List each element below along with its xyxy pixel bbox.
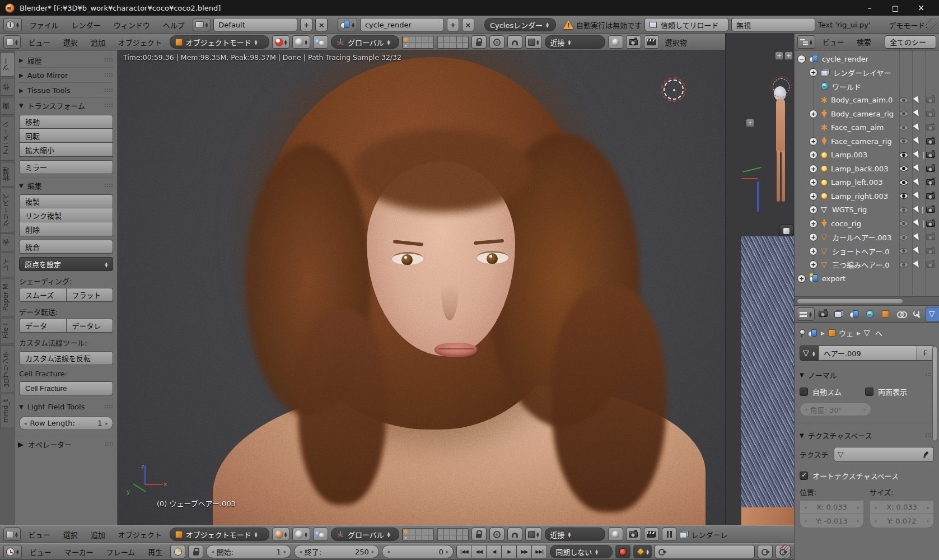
- stepper-right-icon[interactable]: ▸: [446, 549, 449, 554]
- mode-dropdown[interactable]: オブジェクトモード: [170, 528, 269, 541]
- proportional-edit-toggle[interactable]: [489, 528, 504, 541]
- screen-layout-selector[interactable]: [193, 18, 211, 31]
- cell-fracture-button[interactable]: Cell Fracture: [19, 381, 113, 395]
- visibility-eye-icon[interactable]: [899, 262, 908, 268]
- 3d-viewport[interactable]: Time:00:59.36 | Mem:98.35M, Peak:98.37M …: [118, 50, 725, 525]
- selectable-cursor-icon[interactable]: [913, 233, 922, 241]
- info-menu-item[interactable]: ウィンドウ: [109, 20, 155, 30]
- pivot-point-dropdown[interactable]: [292, 528, 310, 541]
- selectable-cursor-icon[interactable]: [913, 247, 922, 255]
- transform-button[interactable]: 移動: [19, 115, 113, 129]
- properties-scrollbar[interactable]: [932, 346, 937, 441]
- renderable-camera-icon[interactable]: [926, 97, 935, 103]
- tool-shelf-tab[interactable]: mmd_t: [0, 394, 14, 428]
- frame-end-field[interactable]: ◂ 終了: 250 ▸: [294, 545, 379, 558]
- tool-shelf-tab[interactable]: ツー: [0, 52, 14, 77]
- layer-buttons-group1[interactable]: [402, 528, 434, 541]
- manipulator-toggle[interactable]: [313, 528, 328, 541]
- outliner-display-filter[interactable]: 全てのシー: [885, 35, 936, 49]
- snap-element-dropdown[interactable]: [525, 528, 542, 541]
- outliner-row[interactable]: + カールヘアー.003: [795, 231, 939, 245]
- lock-range-button[interactable]: [188, 545, 203, 558]
- fake-user-button[interactable]: F: [917, 346, 934, 361]
- renderable-camera-icon[interactable]: [926, 234, 935, 240]
- outliner-horizontal-scrollbar[interactable]: [795, 296, 939, 305]
- snap-target-dropdown[interactable]: 近接: [545, 528, 605, 541]
- expand-toggle-icon[interactable]: +: [809, 233, 817, 241]
- selectable-cursor-icon[interactable]: [913, 220, 922, 228]
- visibility-eye-icon[interactable]: [899, 125, 908, 130]
- edit-button[interactable]: リンク複製: [19, 208, 113, 222]
- snap-toggle[interactable]: [507, 528, 522, 541]
- outliner-menu-item[interactable]: ビュー: [817, 36, 849, 47]
- properties-tab[interactable]: [879, 307, 893, 321]
- info-menu-item[interactable]: レンダー: [67, 20, 106, 30]
- viewport-shading-dropdown[interactable]: [272, 528, 290, 541]
- expand-toggle-icon[interactable]: +: [809, 220, 817, 228]
- info-menu-item[interactable]: ヘルプ: [158, 20, 190, 30]
- double-sided-checkbox[interactable]: [865, 388, 873, 396]
- expand-toggle-icon[interactable]: +: [809, 151, 817, 159]
- frame-start-field[interactable]: ◂ 開始: 1 ▸: [206, 545, 291, 558]
- visibility-eye-icon[interactable]: [899, 180, 908, 185]
- viewport-menu-item[interactable]: ビュー: [24, 37, 55, 48]
- playback-button[interactable]: ◀◀: [471, 545, 487, 558]
- tool-panel-header[interactable]: ▶ 履歴: [19, 53, 113, 68]
- data-transfer-button[interactable]: データ: [19, 319, 67, 333]
- active-keying-set-field[interactable]: [655, 545, 755, 558]
- panel-grip-icon[interactable]: [104, 404, 113, 409]
- tool-shelf-tab[interactable]: アニメーシ: [0, 116, 14, 161]
- panel-grip-icon[interactable]: [104, 103, 113, 108]
- transform-button[interactable]: 回転: [19, 129, 113, 143]
- viewport-menu-item[interactable]: 追加: [86, 37, 110, 48]
- panel-grip-icon[interactable]: [104, 73, 113, 78]
- screen-layout-name[interactable]: Default: [213, 18, 297, 31]
- row-length-stepper[interactable]: ◂ Row Length: 1 ▸: [19, 416, 113, 430]
- expand-toggle-icon[interactable]: +: [809, 178, 817, 186]
- selectable-cursor-icon[interactable]: [913, 192, 922, 200]
- outliner-row[interactable]: + ショートヘアー.0: [795, 244, 939, 258]
- join-button[interactable]: 統合: [19, 240, 113, 254]
- snap-peel-button[interactable]: [608, 35, 623, 49]
- snap-target-dropdown[interactable]: 近接: [545, 35, 605, 49]
- visibility-eye-icon[interactable]: [899, 111, 908, 116]
- ignore-button[interactable]: 無視: [731, 18, 815, 31]
- outliner-row[interactable]: + 三つ編みヘアー.0: [795, 258, 939, 272]
- layer-buttons-group2[interactable]: [437, 36, 469, 49]
- tool-shelf-tab[interactable]: 関: [0, 97, 14, 115]
- orientation-dropdown[interactable]: グローバル: [331, 528, 399, 541]
- playback-button[interactable]: ◀: [487, 545, 502, 558]
- outliner-row[interactable]: Face_cam_aim: [795, 121, 939, 135]
- mirror-button[interactable]: ミラー: [19, 160, 113, 174]
- stepper-left-icon[interactable]: ◂: [387, 549, 390, 554]
- layer-buttons-group1[interactable]: [402, 36, 434, 49]
- viewport-menu-item[interactable]: ビュー: [24, 529, 55, 540]
- area-corner-grip[interactable]: [927, 18, 939, 31]
- proportional-edit-toggle[interactable]: [489, 35, 504, 49]
- stepper-left-icon[interactable]: ◂: [24, 421, 27, 426]
- selectable-cursor-icon[interactable]: [913, 178, 922, 186]
- editor-type-selector[interactable]: [797, 307, 815, 321]
- reload-trusted-button[interactable]: 信頼してリロード: [644, 18, 728, 31]
- snap-peel-button[interactable]: [608, 528, 623, 541]
- set-origin-dropdown[interactable]: 原点を設定: [19, 257, 113, 271]
- outliner-row[interactable]: + Lamp_right.003: [795, 189, 939, 203]
- pin-icon[interactable]: [800, 329, 805, 337]
- properties-tab[interactable]: [816, 307, 830, 321]
- auto-texture-space-checkbox[interactable]: [800, 472, 808, 480]
- outliner-row[interactable]: + coco_rig |: [795, 217, 939, 231]
- timeline-menu-item[interactable]: マーカー: [59, 547, 99, 557]
- outliner-row[interactable]: + Lamp_left.003 |: [795, 176, 939, 190]
- expand-toggle-icon[interactable]: +: [809, 165, 817, 173]
- outliner-row[interactable]: + Lamp_back.003: [795, 162, 939, 176]
- expand-toggle-icon[interactable]: +: [809, 206, 817, 214]
- expand-toggle-icon[interactable]: +: [809, 137, 817, 146]
- info-menu-item[interactable]: ファイル: [25, 20, 64, 30]
- secondary-viewport[interactable]: + + +: [725, 34, 794, 525]
- renderable-camera-icon[interactable]: [926, 248, 935, 254]
- edit-button[interactable]: 削除: [19, 222, 113, 236]
- add-layout-button[interactable]: [300, 18, 312, 31]
- data-layout-transfer-button[interactable]: データレ: [67, 319, 114, 333]
- snap-element-dropdown[interactable]: [525, 35, 542, 49]
- scene-selector[interactable]: [338, 18, 357, 31]
